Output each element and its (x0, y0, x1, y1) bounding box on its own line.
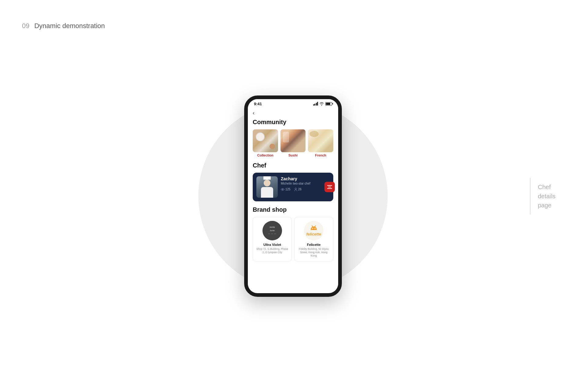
signal-icon (313, 102, 318, 106)
chef-section: Chef Zachary Michelin two-star chef (248, 161, 338, 205)
brand-card-felicette[interactable]: felicette Felicette Fidelity Building, 5… (294, 217, 333, 261)
chef-description: Michelin two-star chef (281, 182, 330, 185)
menu-line-2 (328, 187, 331, 187)
collection-image (253, 129, 278, 152)
svg-point-0 (282, 189, 283, 190)
community-item-french[interactable]: French (308, 129, 333, 157)
chef-title: Chef (253, 162, 333, 169)
community-grid: Collection Sushi French (253, 129, 333, 157)
brand-shop-title: Brand shop (253, 206, 333, 213)
felicette-address: Fidelity Building, 50 Diyou Street, Hong… (297, 247, 331, 257)
chef-followers-stat: 26 (294, 188, 302, 191)
cat-icon (309, 225, 318, 231)
chef-views-stat: 125 (281, 188, 291, 191)
ultraviolet-address: Shop 72, G.Building, Phase 2, O lympian … (255, 247, 289, 254)
phone-mockup: 9:41 (244, 95, 342, 297)
chef-stats: 125 26 (281, 188, 330, 191)
right-divider (530, 178, 530, 214)
page-number: 09 (22, 22, 29, 30)
brand-card-ultraviolet[interactable]: bellaluna— — — Ultra Violet Shop 72, G.B… (253, 217, 292, 261)
collection-label: Collection (253, 153, 278, 157)
status-time: 9:41 (254, 102, 262, 106)
right-label: Chef details page (530, 178, 555, 214)
french-image (308, 129, 333, 152)
chef-head (264, 180, 270, 186)
community-item-sushi[interactable]: Sushi (280, 129, 306, 157)
phone-container: 9:41 (244, 95, 342, 297)
community-item-collection[interactable]: Collection (253, 129, 278, 157)
status-bar: 9:41 (248, 99, 338, 107)
battery-icon (325, 102, 332, 106)
brand-grid: bellaluna— — — Ultra Violet Shop 72, G.B… (253, 217, 333, 261)
back-button[interactable]: ‹ (248, 107, 338, 117)
community-title: Community (253, 119, 333, 126)
brand-shop-section: Brand shop bellaluna— — — Ultra Violet S… (248, 205, 338, 265)
eye-icon (281, 188, 284, 191)
chef-info: Zachary Michelin two-star chef 125 (281, 176, 330, 191)
page-label: 09 Dynamic demonstration (22, 22, 105, 30)
right-label-text: Chef details page (538, 182, 555, 210)
chef-hat (263, 176, 271, 180)
svg-point-3 (314, 228, 316, 229)
wifi-icon (320, 102, 324, 106)
page-title: Dynamic demonstration (34, 22, 105, 30)
ultraviolet-logo-text: bellaluna— — — (268, 226, 276, 235)
person-icon (294, 188, 297, 191)
felicette-text: felicette (306, 232, 321, 236)
french-label: French (308, 153, 333, 157)
sushi-label: Sushi (280, 153, 306, 157)
svg-point-1 (295, 188, 296, 189)
ultraviolet-logo: bellaluna— — — (262, 221, 282, 240)
menu-line-1 (327, 185, 332, 186)
chef-photo (256, 176, 278, 198)
chef-name: Zachary (281, 176, 330, 181)
ultraviolet-name: Ultra Violet (263, 243, 281, 246)
chef-menu-button[interactable] (324, 182, 335, 192)
menu-line-3 (327, 188, 332, 189)
chef-body (261, 187, 273, 198)
felicette-name: Felicette (307, 243, 321, 246)
back-chevron-icon: ‹ (253, 110, 255, 116)
sushi-image (280, 129, 306, 152)
phone-content[interactable]: ‹ Community Collection Sushi (248, 107, 338, 292)
chef-followers-count: 26 (298, 188, 302, 191)
status-icons (313, 102, 332, 106)
felicette-logo: felicette (304, 221, 324, 240)
chef-views-count: 125 (285, 188, 291, 191)
chef-card[interactable]: Zachary Michelin two-star chef 125 (253, 173, 333, 201)
community-section: Community Collection Sushi French (248, 117, 338, 161)
chef-figure (261, 176, 273, 198)
svg-point-2 (312, 228, 313, 229)
